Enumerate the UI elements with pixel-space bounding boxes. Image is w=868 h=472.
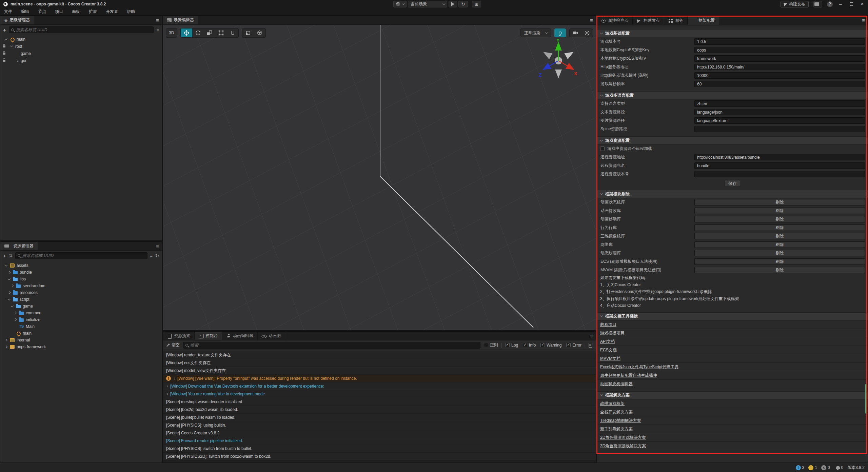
- menu-item[interactable]: 面板: [72, 9, 80, 15]
- remove-module-button[interactable]: 剔除: [694, 199, 865, 205]
- add-asset-button[interactable]: +: [3, 253, 6, 259]
- window-close-button[interactable]: ×: [859, 1, 865, 7]
- remote-load-toggle[interactable]: 游戏中资源是否远程加载: [597, 144, 868, 153]
- tree-caret-icon[interactable]: [5, 263, 7, 266]
- lock-icon[interactable]: [3, 45, 5, 47]
- log-row[interactable]: ! [Scene] [PHYSICS]: switch from builtin…: [163, 445, 596, 452]
- tree-caret-icon[interactable]: [11, 304, 14, 307]
- property-input[interactable]: [694, 38, 865, 45]
- hierarchy-search-input[interactable]: [16, 27, 152, 32]
- expand-caret-icon[interactable]: [173, 377, 175, 379]
- tree-caret-icon[interactable]: [11, 284, 14, 287]
- console-tab[interactable]: 控制台: [195, 332, 222, 340]
- remove-module-button[interactable]: 剔除: [694, 241, 865, 248]
- lock-icon[interactable]: [3, 60, 5, 62]
- coordinate-mode-button[interactable]: [254, 28, 265, 37]
- help-button[interactable]: ?: [827, 1, 833, 7]
- scale-tool-button[interactable]: [204, 28, 215, 37]
- hierarchy-node-row[interactable]: root: [0, 43, 162, 50]
- remove-module-button[interactable]: 剔除: [694, 258, 865, 265]
- menu-item[interactable]: 编辑: [21, 9, 29, 15]
- console-tab[interactable]: 动画图: [258, 332, 285, 340]
- property-input[interactable]: [694, 47, 865, 53]
- asset-node-row[interactable]: internal: [0, 337, 162, 343]
- remove-module-button[interactable]: 剔除: [694, 233, 865, 239]
- doc-link[interactable]: 原生包热更新配置自动生成插件: [600, 373, 657, 378]
- play-button[interactable]: [449, 1, 457, 7]
- log-row[interactable]: ! [Scene] [PHYSICS2D]: switch from box2d…: [163, 453, 596, 460]
- clear-console-button[interactable]: 清空: [166, 342, 180, 348]
- remote-load-checkbox[interactable]: [600, 146, 605, 151]
- tree-caret-icon[interactable]: [8, 297, 11, 300]
- asset-node-row[interactable]: Main: [0, 323, 162, 330]
- error-count[interactable]: × 0: [821, 465, 830, 470]
- move-tool-button[interactable]: [181, 28, 192, 37]
- panel-menu-icon[interactable]: ≡: [590, 17, 593, 23]
- filter-icon[interactable]: ≡: [156, 27, 159, 33]
- sort-icon[interactable]: ⇅: [9, 253, 13, 258]
- log-row[interactable]: ! [Window] model_view文件夹存在: [163, 367, 596, 374]
- panel-menu-icon[interactable]: ≡: [156, 17, 159, 23]
- asset-node-row[interactable]: seedrandom: [0, 282, 162, 289]
- console-tab[interactable]: 动画编辑器: [222, 332, 258, 340]
- layout-button[interactable]: ⊞: [472, 1, 481, 7]
- property-input[interactable]: [694, 171, 865, 177]
- lighting-toggle-button[interactable]: [554, 28, 566, 37]
- doc-link[interactable]: 游戏模板项目: [600, 331, 625, 335]
- asset-node-row[interactable]: initialize: [0, 316, 162, 323]
- remove-module-button[interactable]: 剔除: [694, 216, 865, 222]
- asset-node-row[interactable]: resources: [0, 289, 162, 296]
- console-tab[interactable]: 资源预览: [163, 332, 195, 340]
- property-input[interactable]: [694, 117, 865, 124]
- assets-search[interactable]: [15, 252, 147, 259]
- remove-module-button[interactable]: 剔除: [694, 224, 865, 231]
- regex-checkbox[interactable]: [484, 343, 488, 347]
- expand-caret-icon[interactable]: [166, 385, 168, 387]
- pivot-snap-button[interactable]: [242, 28, 254, 37]
- remove-module-button[interactable]: 剔除: [694, 208, 865, 214]
- filter-checkbox[interactable]: [566, 343, 571, 347]
- log-row[interactable]: ! [Scene] meshopt wasm decoder initializ…: [163, 398, 596, 406]
- asset-node-row[interactable]: game: [0, 303, 162, 310]
- inspector-tab[interactable]: 框架配置: [688, 16, 719, 25]
- asset-node-row[interactable]: assets: [0, 262, 162, 269]
- save-button[interactable]: 保存: [725, 180, 740, 187]
- panel-menu-icon[interactable]: ≡: [156, 243, 159, 249]
- property-input[interactable]: [694, 72, 865, 79]
- tab-hierarchy[interactable]: ◆ 层级管理器: [0, 16, 34, 24]
- log-row[interactable]: ! [Scene] [bullet]:bullet wasm lib loade…: [163, 414, 596, 421]
- axis-x-label[interactable]: X: [574, 71, 577, 76]
- orientation-gizmo[interactable]: Y X Z: [538, 40, 579, 84]
- menu-item[interactable]: 文件: [4, 9, 12, 15]
- solution-link[interactable]: 2D角色扮演游戏解决方案: [600, 435, 646, 440]
- solution-link[interactable]: 新手引导解决方案: [600, 427, 633, 431]
- axis-z-label[interactable]: Z: [539, 72, 542, 78]
- open-folder-button[interactable]: [813, 1, 822, 7]
- hierarchy-node-row[interactable]: game: [0, 50, 162, 57]
- tab-assets[interactable]: 资源管理器: [0, 242, 38, 250]
- property-input[interactable]: [694, 55, 865, 62]
- section-header-res[interactable]: 游戏资源配置: [597, 136, 868, 144]
- log-filter-toggle[interactable]: Info: [523, 343, 536, 348]
- hierarchy-node-row[interactable]: main: [0, 36, 162, 43]
- property-input[interactable]: [694, 126, 865, 132]
- tree-caret-icon[interactable]: [8, 271, 11, 274]
- menu-item[interactable]: 开发者: [106, 9, 118, 15]
- remove-module-button[interactable]: 剔除: [694, 267, 865, 273]
- asset-node-row[interactable]: common: [0, 310, 162, 316]
- expand-caret-icon[interactable]: [166, 393, 168, 395]
- asset-node-row[interactable]: bundle: [0, 269, 162, 276]
- property-input[interactable]: [694, 64, 865, 70]
- property-input[interactable]: [694, 109, 865, 115]
- regex-toggle[interactable]: 正则: [484, 342, 498, 348]
- doc-link[interactable]: ECS文档: [600, 348, 617, 352]
- doc-link[interactable]: 动画状态机编辑器: [600, 381, 633, 386]
- property-input[interactable]: [694, 100, 865, 107]
- solution-link[interactable]: 战棋游戏框架: [600, 401, 625, 406]
- console-search[interactable]: [183, 342, 480, 349]
- scene-viewport[interactable]: Y X Z 3D: [163, 25, 596, 330]
- solution-link[interactable]: 3D角色扮演游戏解决方案: [600, 444, 646, 448]
- scene-select-dropdown[interactable]: 当前场景: [408, 1, 447, 7]
- section-header-solutions[interactable]: 框架解决方案: [597, 391, 868, 399]
- property-input[interactable]: [694, 154, 865, 160]
